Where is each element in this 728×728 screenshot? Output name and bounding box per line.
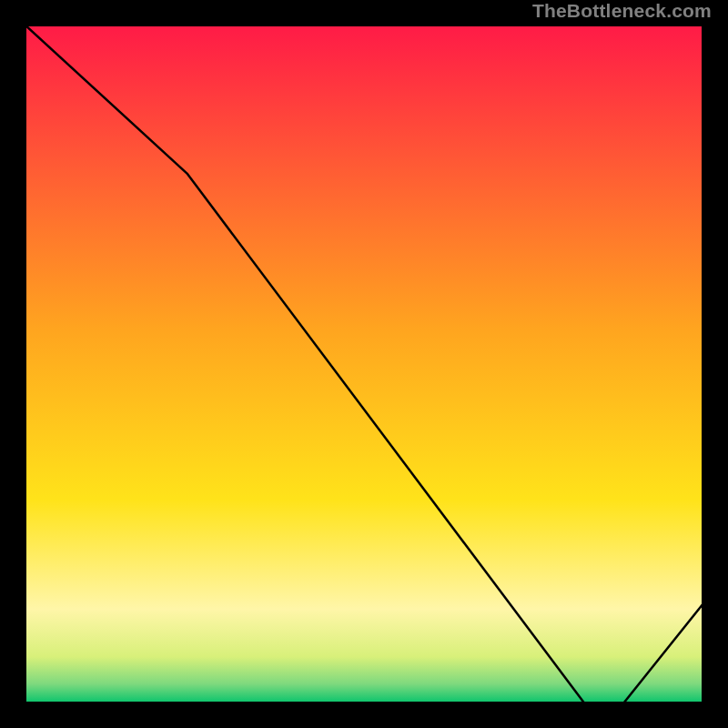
plot-area <box>24 24 704 704</box>
chart-background <box>24 24 704 704</box>
watermark-label: TheBottleneck.com <box>532 0 712 22</box>
plot-svg <box>24 24 704 704</box>
chart-stage: TheBottleneck.com <box>0 0 728 728</box>
